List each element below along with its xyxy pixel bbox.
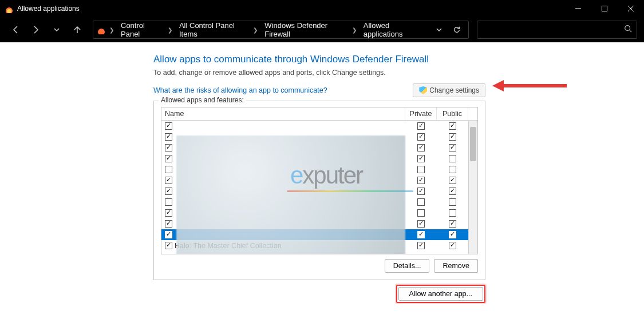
breadcrumb: ❯ Control Panel ❯ All Control Panel Item… [108,20,426,39]
table-row[interactable] [161,121,477,131]
crumb-all-items[interactable]: All Control Panel Items [176,20,250,39]
window-title: Allowed applications [17,5,80,13]
row-enable-checkbox[interactable] [165,155,172,162]
crumb-allowed-apps[interactable]: Allowed applications [360,20,427,39]
table-row[interactable] [161,175,477,186]
group-label: Allowed apps and features: [159,96,246,104]
firewall-crumb-icon [97,25,106,34]
table-row[interactable] [161,186,477,197]
row-private-checkbox[interactable] [417,177,425,184]
recent-dropdown-button[interactable] [48,21,65,38]
row-public-checkbox[interactable] [449,144,456,151]
page-description: To add, change or remove allowed apps an… [153,69,638,77]
table-row[interactable] [161,153,477,164]
change-settings-label: Change settings [429,86,479,94]
column-public[interactable]: Public [437,107,468,120]
maximize-button[interactable] [591,0,618,17]
svg-point-1 [625,26,630,31]
row-public-checkbox[interactable] [449,133,456,141]
row-private-checkbox[interactable] [417,209,425,217]
address-bar[interactable]: ❯ Control Panel ❯ All Control Panel Item… [93,21,469,39]
row-enable-checkbox[interactable] [165,209,172,217]
column-private[interactable]: Private [405,107,437,120]
table-body: exputer Halo: The Master Chief Collectio… [161,121,477,254]
table-row[interactable] [161,218,477,229]
row-public-checkbox[interactable] [449,231,456,238]
search-box[interactable] [477,21,637,39]
row-enable-checkbox[interactable] [165,166,172,173]
row-private-checkbox[interactable] [417,144,425,151]
change-settings-button[interactable]: Change settings [413,83,485,97]
table-row[interactable] [161,208,477,218]
content-area: Allow apps to communicate through Window… [0,42,644,323]
vertical-scrollbar[interactable] [468,121,477,254]
firewall-app-icon [5,4,14,13]
row-private-checkbox[interactable] [417,220,425,228]
row-enable-checkbox[interactable] [165,231,172,238]
details-button[interactable]: Details... [385,259,430,273]
row-enable-checkbox[interactable] [165,122,172,130]
address-history-button[interactable] [431,22,447,38]
row-enable-checkbox[interactable] [165,220,172,228]
chevron-right-icon: ❯ [351,27,358,33]
risks-link[interactable]: What are the risks of allowing an app to… [153,86,327,94]
chevron-right-icon: ❯ [108,27,115,33]
allow-another-app-button[interactable]: Allow another app... [398,287,484,301]
row-enable-checkbox[interactable] [165,133,172,141]
table-header: Name Private Public [161,107,477,121]
navigation-toolbar: ❯ Control Panel ❯ All Control Panel Item… [0,17,644,42]
row-private-checkbox[interactable] [417,166,425,173]
table-row[interactable] [161,164,477,175]
window-titlebar: Allowed applications [0,0,644,17]
search-input[interactable] [482,26,624,34]
row-public-checkbox[interactable] [449,220,456,228]
table-row[interactable] [161,229,477,240]
row-public-checkbox[interactable] [449,198,456,206]
row-private-checkbox[interactable] [417,242,425,249]
row-public-checkbox[interactable] [449,209,456,217]
chevron-right-icon: ❯ [252,27,259,33]
row-enable-checkbox[interactable] [165,177,172,184]
forward-button[interactable] [27,21,45,38]
up-button[interactable] [69,21,86,38]
row-private-checkbox[interactable] [417,198,425,206]
row-private-checkbox[interactable] [417,133,425,141]
scrollbar-thumb[interactable] [470,127,476,161]
minimize-button[interactable] [565,0,591,17]
allowed-apps-table[interactable]: Name Private Public exputer Halo: The Ma… [161,107,478,254]
row-public-checkbox[interactable] [449,188,456,195]
page-title: Allow apps to communicate through Window… [153,54,638,65]
back-button[interactable] [7,21,24,38]
row-private-checkbox[interactable] [417,155,425,162]
row-private-checkbox[interactable] [417,231,425,238]
row-public-checkbox[interactable] [449,122,456,130]
remove-button[interactable]: Remove [434,259,478,273]
row-public-checkbox[interactable] [449,155,456,162]
row-public-checkbox[interactable] [449,166,456,173]
row-enable-checkbox[interactable] [165,188,172,195]
row-enable-checkbox[interactable] [165,144,172,151]
refresh-button[interactable] [449,22,465,38]
table-row[interactable] [161,142,477,153]
annotation-highlight: Allow another app... [396,285,486,303]
column-name[interactable]: Name [161,107,405,120]
allowed-apps-group: Allowed apps and features: Name Private … [153,101,485,280]
crumb-firewall[interactable]: Windows Defender Firewall [261,20,348,39]
svg-rect-0 [602,6,607,11]
row-private-checkbox[interactable] [417,122,425,130]
table-row[interactable] [161,197,477,208]
search-icon [624,25,632,35]
row-private-checkbox[interactable] [417,188,425,195]
row-name-label: Halo: The Master Chief Collection [175,242,282,250]
row-public-checkbox[interactable] [449,242,456,249]
table-row[interactable] [161,131,477,142]
annotation-arrow [492,81,567,91]
shield-icon [419,86,427,94]
row-enable-checkbox[interactable] [165,242,172,249]
crumb-control-panel[interactable]: Control Panel [117,20,164,39]
close-button[interactable] [618,0,644,17]
table-row[interactable]: Halo: The Master Chief Collection [161,240,477,251]
row-enable-checkbox[interactable] [165,198,172,206]
chevron-right-icon: ❯ [167,27,173,33]
row-public-checkbox[interactable] [449,177,456,184]
